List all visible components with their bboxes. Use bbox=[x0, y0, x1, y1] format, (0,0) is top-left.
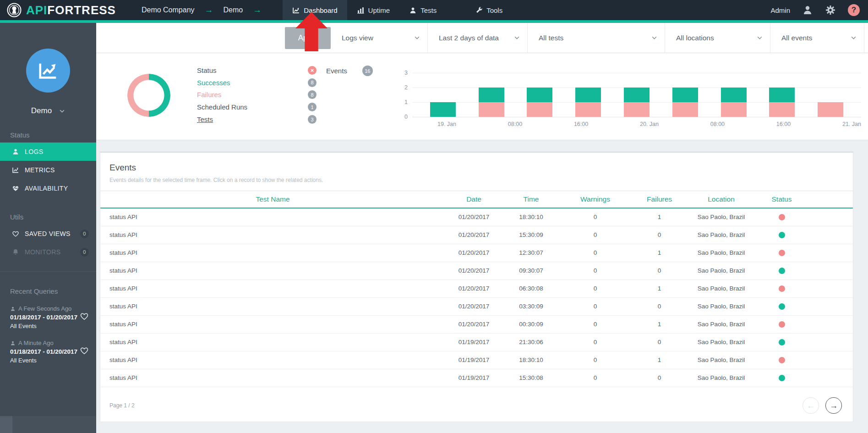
sidebar-footer bbox=[0, 416, 96, 433]
chart-bar[interactable] bbox=[624, 88, 650, 117]
table-column-header[interactable]: Time bbox=[502, 191, 560, 208]
table-row[interactable]: status API 01/19/2017 21:30:06 0 0 Sao P… bbox=[100, 333, 853, 351]
chevron-down-icon bbox=[651, 35, 657, 41]
favorite-heart-icon[interactable] bbox=[80, 312, 89, 321]
nav-tab-icon bbox=[357, 6, 365, 14]
table-column-header[interactable]: Location bbox=[688, 191, 754, 208]
chart-bar-slot bbox=[758, 88, 806, 117]
project-selector[interactable]: Demo bbox=[0, 106, 96, 115]
navbar-right: Admin ? bbox=[770, 4, 860, 16]
table-column-header[interactable]: Failures bbox=[631, 191, 688, 208]
chart-bar[interactable] bbox=[430, 102, 456, 117]
query-date-range: 01/18/2017 - 01/20/2017 bbox=[10, 314, 78, 321]
filter-dropdown[interactable]: Last 2 days of data bbox=[428, 23, 528, 53]
status-summary-row[interactable]: Status × bbox=[197, 64, 317, 77]
bar-success-segment bbox=[430, 102, 456, 117]
chart-bar[interactable] bbox=[769, 88, 795, 117]
prev-page-button[interactable]: ← bbox=[802, 397, 819, 414]
status-summary-row[interactable]: Tests 3 bbox=[197, 113, 317, 126]
chart-bar[interactable] bbox=[527, 88, 552, 117]
filter-dropdown[interactable]: All events bbox=[770, 23, 864, 53]
filter-dropdown[interactable]: All locations bbox=[665, 23, 770, 53]
chart-bar[interactable] bbox=[672, 88, 698, 117]
pagination: ← → bbox=[802, 397, 842, 414]
sidebar-footer-button[interactable] bbox=[0, 416, 12, 433]
top-navbar: APIFORTRESS Demo Company → Demo → Dashbo… bbox=[0, 0, 868, 20]
cell-status bbox=[754, 208, 853, 226]
gear-icon[interactable] bbox=[825, 5, 836, 16]
recent-query-item[interactable]: A Minute Ago 01/18/2017 - 01/20/2017 All… bbox=[0, 340, 96, 364]
status-summary-badge: 8 bbox=[308, 90, 317, 99]
y-axis-tick: 1 bbox=[404, 99, 408, 105]
status-dot bbox=[779, 268, 785, 274]
breadcrumb-project[interactable]: Demo bbox=[224, 6, 243, 14]
events-table: Test NameDateTimeWarningsFailuresLocatio… bbox=[100, 191, 853, 387]
sidebar-item[interactable]: MONITORS 0 bbox=[0, 243, 96, 261]
table-column-header[interactable]: Status bbox=[754, 191, 853, 208]
table-row[interactable]: status API 01/19/2017 15:30:08 0 0 Sao P… bbox=[100, 369, 853, 387]
bar-failure-segment bbox=[479, 102, 504, 117]
filter-dropdown[interactable]: Logs view bbox=[331, 23, 428, 53]
bar-failure-segment bbox=[575, 102, 601, 117]
bar-failure-segment bbox=[818, 102, 843, 117]
sidebar-item-badge: 0 bbox=[80, 248, 89, 257]
x-axis-tick: 08:00 bbox=[710, 121, 725, 127]
filter-dropdown-value: All tests bbox=[539, 34, 563, 42]
chart-bar-slot bbox=[806, 102, 855, 117]
nav-tab[interactable]: Uptime bbox=[347, 0, 400, 20]
filter-dropdown[interactable]: All tests bbox=[528, 23, 665, 53]
next-page-button[interactable]: → bbox=[825, 397, 842, 414]
nav-tab-label: Dashboard bbox=[304, 6, 337, 14]
cell-failures: 1 bbox=[631, 208, 688, 226]
cell-warnings: 0 bbox=[560, 369, 631, 387]
cell-time: 18:30:10 bbox=[502, 208, 560, 226]
chart-bar[interactable] bbox=[575, 88, 601, 117]
user-icon[interactable] bbox=[802, 5, 813, 16]
table-row[interactable]: status API 01/20/2017 06:30:08 0 1 Sao P… bbox=[100, 280, 853, 297]
bar-failure-segment bbox=[672, 102, 698, 117]
bar-success-segment bbox=[527, 88, 552, 102]
cell-status bbox=[754, 369, 853, 387]
cell-time: 09:30:07 bbox=[502, 262, 560, 280]
breadcrumb-company[interactable]: Demo Company bbox=[142, 6, 195, 14]
bar-failure-segment bbox=[527, 102, 552, 117]
sidebar-item[interactable]: METRICS bbox=[0, 161, 96, 179]
filter-bar: Apply Logs view Last 2 days of data All … bbox=[96, 23, 868, 53]
table-row[interactable]: status API 01/19/2017 18:30:10 0 1 Sao P… bbox=[100, 351, 853, 369]
filter-dropdown-value: All locations bbox=[676, 34, 714, 42]
table-row[interactable]: status API 01/20/2017 18:30:10 0 1 Sao P… bbox=[100, 208, 853, 226]
table-column-header[interactable]: Test Name bbox=[100, 191, 445, 208]
sidebar-item[interactable]: LOGS bbox=[0, 143, 96, 161]
user-icon bbox=[10, 306, 16, 312]
nav-tab[interactable]: Tests bbox=[399, 0, 446, 20]
sidebar-item-label: MONITORS bbox=[25, 248, 60, 256]
chart-bar[interactable] bbox=[818, 102, 843, 117]
status-summary-row[interactable]: Scheduled Runs 1 bbox=[197, 101, 317, 113]
favorite-heart-icon[interactable] bbox=[80, 346, 89, 355]
cell-test-name: status API bbox=[100, 333, 445, 351]
table-column-header[interactable]: Warnings bbox=[560, 191, 631, 208]
chart-bar-slot bbox=[516, 88, 564, 117]
query-scope: All Events bbox=[10, 323, 78, 329]
table-row[interactable]: status API 01/20/2017 12:30:07 0 1 Sao P… bbox=[100, 244, 853, 262]
cell-time: 21:30:06 bbox=[502, 333, 560, 351]
chart-bar[interactable] bbox=[479, 88, 504, 117]
recent-query-item[interactable]: A Few Seconds Ago 01/18/2017 - 01/20/201… bbox=[0, 305, 96, 329]
tools-menu[interactable]: Tools bbox=[475, 6, 502, 14]
project-avatar[interactable] bbox=[26, 49, 70, 93]
app-logo: APIFORTRESS bbox=[6, 2, 116, 18]
chart-plot-area: 3210 bbox=[412, 73, 861, 117]
table-row[interactable]: status API 01/20/2017 00:30:09 0 1 Sao P… bbox=[100, 315, 853, 333]
status-summary-row[interactable]: Successes 8 bbox=[197, 77, 317, 89]
status-summary-row[interactable]: Failures 8 bbox=[197, 89, 317, 101]
bar-success-segment bbox=[624, 88, 650, 102]
sidebar-item[interactable]: SAVED VIEWS 0 bbox=[0, 225, 96, 243]
table-column-header[interactable]: Date bbox=[445, 191, 502, 208]
table-row[interactable]: status API 01/20/2017 09:30:07 0 0 Sao P… bbox=[100, 262, 853, 280]
sidebar-item[interactable]: AVAILABILITY bbox=[0, 179, 96, 197]
help-icon[interactable]: ? bbox=[848, 4, 860, 16]
nav-tab-icon bbox=[409, 6, 417, 14]
chart-bar[interactable] bbox=[721, 88, 747, 117]
table-row[interactable]: status API 01/20/2017 03:30:09 0 0 Sao P… bbox=[100, 297, 853, 315]
table-row[interactable]: status API 01/20/2017 15:30:09 0 0 Sao P… bbox=[100, 226, 853, 244]
